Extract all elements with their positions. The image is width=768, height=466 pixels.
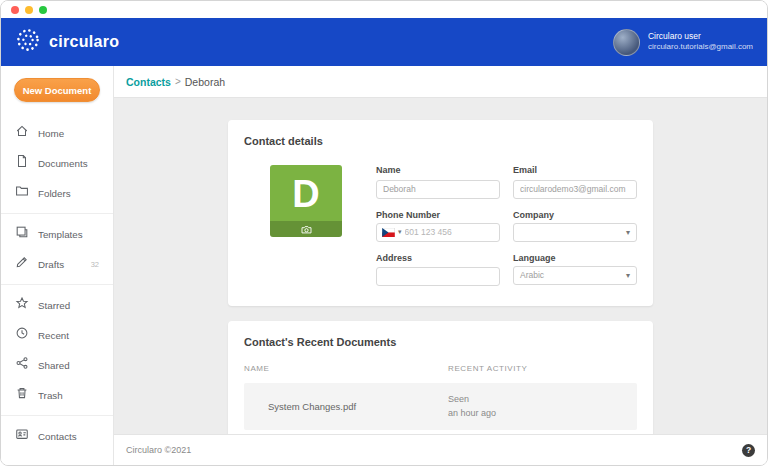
main-area: Contacts > Deborah Contact details D — [114, 66, 767, 465]
phone-input[interactable] — [405, 227, 494, 237]
sidebar-item-recent[interactable]: Recent — [1, 320, 113, 350]
sidebar-item-label: Drafts — [38, 259, 64, 270]
language-value: Arabic — [520, 270, 626, 280]
sidebar-item-label: Folders — [38, 188, 71, 199]
name-input[interactable] — [376, 180, 500, 199]
document-activity: Seen an hour ago — [448, 393, 637, 420]
contact-avatar-letter: D — [270, 165, 342, 223]
column-header-activity: RECENT ACTIVITY — [448, 364, 637, 373]
sidebar-item-templates[interactable]: Templates — [1, 219, 113, 249]
sidebar: New Document Home Documents Folders — [1, 66, 114, 465]
phone-input-wrap: ▾ — [376, 223, 500, 242]
minimize-window-button[interactable] — [25, 6, 33, 14]
name-label: Name — [376, 165, 500, 175]
user-name: Circularo user — [648, 31, 753, 42]
sidebar-item-trash[interactable]: Trash — [1, 380, 113, 410]
column-header-name: NAME — [244, 364, 448, 373]
contact-details-title: Contact details — [244, 135, 637, 147]
templates-icon — [15, 225, 29, 243]
chevron-down-icon: ▾ — [626, 271, 630, 280]
app-window: circularo Circularo user circularo.tutor… — [0, 0, 768, 466]
logo-text: circularo — [49, 33, 119, 51]
logo[interactable]: circularo — [15, 27, 119, 57]
circularo-logo-icon — [15, 27, 41, 57]
new-document-button[interactable]: New Document — [14, 78, 100, 102]
clock-icon — [15, 326, 29, 344]
email-field-group: Email — [513, 165, 637, 199]
email-input[interactable] — [513, 180, 637, 199]
activity-time: an hour ago — [448, 407, 637, 421]
window-titlebar — [1, 1, 767, 18]
home-icon — [15, 124, 29, 142]
sidebar-item-label: Contacts — [38, 431, 77, 442]
sidebar-item-label: Trash — [38, 390, 63, 401]
recent-documents-title: Contact's Recent Documents — [244, 336, 637, 348]
czech-flag-icon[interactable] — [382, 223, 395, 241]
recent-documents-table: NAME RECENT ACTIVITY System Changes.pdf … — [244, 364, 637, 430]
app-body: New Document Home Documents Folders — [1, 66, 767, 465]
contact-details-card: Contact details D Name — [228, 120, 653, 306]
footer: Circularo ©2021 ? — [114, 434, 767, 465]
document-name: System Changes.pdf — [244, 401, 448, 412]
breadcrumb-separator: > — [175, 76, 181, 87]
sidebar-item-documents[interactable]: Documents — [1, 148, 113, 178]
language-label: Language — [513, 253, 637, 263]
address-field-group: Address — [376, 253, 500, 287]
sidebar-item-contacts[interactable]: Contacts — [1, 421, 113, 451]
breadcrumb-contacts-link[interactable]: Contacts — [126, 76, 171, 88]
app-header: circularo Circularo user circularo.tutor… — [1, 18, 767, 66]
sidebar-divider — [1, 284, 113, 285]
sidebar-item-shared[interactable]: Shared — [1, 350, 113, 380]
user-email: circularo.tutorials@gmail.com — [648, 42, 753, 53]
email-label: Email — [513, 165, 637, 175]
contact-form: Name Email Phone Number — [376, 165, 637, 286]
breadcrumb: Contacts > Deborah — [114, 66, 767, 98]
contact-avatar[interactable]: D — [270, 165, 342, 237]
sidebar-item-drafts[interactable]: Drafts 32 — [1, 249, 113, 279]
chevron-down-icon: ▾ — [626, 228, 630, 237]
sidebar-nav: Home Documents Folders Templates — [1, 118, 113, 451]
company-label: Company — [513, 210, 637, 220]
language-field-group: Language Arabic ▾ — [513, 253, 637, 287]
content-area: Contact details D Name — [114, 98, 767, 434]
sidebar-item-label: Home — [38, 128, 64, 139]
sidebar-divider — [1, 213, 113, 214]
company-field-group: Company ▾ — [513, 210, 637, 242]
sidebar-item-home[interactable]: Home — [1, 118, 113, 148]
sidebar-item-folders[interactable]: Folders — [1, 178, 113, 208]
phone-field-group: Phone Number ▾ — [376, 210, 500, 242]
star-icon — [15, 296, 29, 314]
help-button[interactable]: ? — [742, 444, 755, 457]
company-select[interactable]: ▾ — [513, 223, 637, 242]
sidebar-item-starred[interactable]: Starred — [1, 290, 113, 320]
phone-label: Phone Number — [376, 210, 500, 220]
user-info: Circularo user circularo.tutorials@gmail… — [648, 31, 753, 53]
drafts-count-badge: 32 — [91, 260, 99, 269]
drafts-icon — [15, 255, 29, 273]
name-field-group: Name — [376, 165, 500, 199]
sidebar-divider — [1, 415, 113, 416]
sidebar-item-label: Starred — [38, 300, 70, 311]
document-icon — [15, 154, 29, 172]
share-icon — [15, 356, 29, 374]
contacts-icon — [15, 427, 29, 445]
camera-icon[interactable] — [270, 221, 342, 237]
maximize-window-button[interactable] — [39, 6, 47, 14]
activity-status: Seen — [448, 393, 637, 407]
table-row[interactable]: System Changes.pdf Seen an hour ago — [244, 383, 637, 430]
country-caret-icon[interactable]: ▾ — [398, 228, 402, 236]
copyright-text: Circularo ©2021 — [126, 445, 191, 455]
address-input[interactable] — [376, 267, 500, 286]
user-menu[interactable]: Circularo user circularo.tutorials@gmail… — [613, 29, 753, 56]
sidebar-item-label: Recent — [38, 330, 69, 341]
breadcrumb-current: Deborah — [185, 76, 225, 88]
address-label: Address — [376, 253, 500, 263]
folder-icon — [15, 184, 29, 202]
language-select[interactable]: Arabic ▾ — [513, 266, 637, 285]
contact-details-body: D Name Email — [244, 165, 637, 286]
sidebar-item-label: Documents — [38, 158, 88, 169]
user-avatar — [613, 29, 640, 56]
trash-icon — [15, 386, 29, 404]
close-window-button[interactable] — [11, 6, 19, 14]
recent-documents-card: Contact's Recent Documents NAME RECENT A… — [228, 321, 653, 434]
